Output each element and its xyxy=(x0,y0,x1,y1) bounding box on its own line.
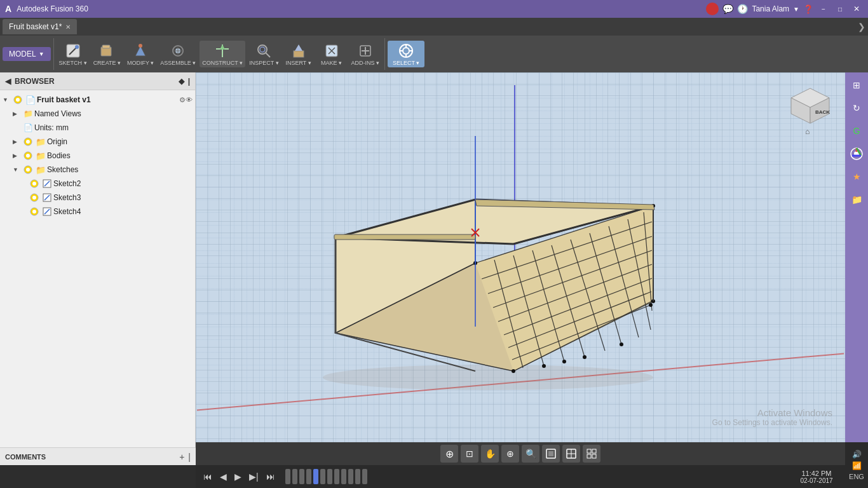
tl-prev-prev[interactable]: ⏮ xyxy=(201,470,215,483)
browser-collapse[interactable]: ◆ xyxy=(179,77,184,86)
tl-next-next[interactable]: ⏭ xyxy=(264,470,278,483)
sketches-visibility[interactable] xyxy=(23,165,33,175)
tree-item-units[interactable]: ▶ 📄 Units: mm xyxy=(0,121,195,135)
tl-marker-11[interactable] xyxy=(355,469,360,484)
tl-marker-9[interactable] xyxy=(341,469,346,484)
tl-marker-4[interactable] xyxy=(306,469,311,484)
rs-grid-icon[interactable]: ⊞ xyxy=(848,76,865,94)
tree-item-root[interactable]: ▼ 📄 Fruit basket v1 ⚙ 👁 xyxy=(0,93,195,107)
toolbar-insert[interactable]: INSERT ▾ xyxy=(283,41,315,67)
viewport[interactable]: BACK ⌂ Activate Windows Go to Settings t… xyxy=(196,72,845,465)
user-label[interactable]: Tania Alam xyxy=(752,4,789,13)
rs-refresh-icon[interactable]: ↻ xyxy=(848,99,865,117)
rs-folder-icon[interactable]: 📁 xyxy=(848,191,865,208)
toolbar-construct[interactable]: CONSTRUCT ▾ xyxy=(200,41,245,67)
bt-zoom-icon[interactable]: ⊕ xyxy=(501,445,519,463)
tree-item-origin[interactable]: ▶ 📁 Origin xyxy=(0,135,195,149)
comment-icon[interactable]: 💬 xyxy=(722,4,733,14)
toolbar-assemble[interactable]: ASSEMBLE ▾ xyxy=(158,41,198,67)
bt-orbit-icon[interactable]: ⊕ xyxy=(440,445,458,463)
tree-item-sketch2[interactable]: Sketch2 xyxy=(0,177,195,191)
bodies-visibility[interactable] xyxy=(23,151,33,161)
model-button[interactable]: MODEL ▼ xyxy=(3,47,51,61)
tree-item-sketch4[interactable]: Sketch4 xyxy=(0,205,195,219)
tree-item-sketch3[interactable]: Sketch3 xyxy=(0,191,195,205)
bodies-label: Bodies xyxy=(47,151,71,160)
toolbar-inspect[interactable]: INSPECT ▾ xyxy=(247,41,281,67)
sketch3-visibility[interactable] xyxy=(29,193,39,203)
tl-next[interactable]: ▶| xyxy=(247,470,261,483)
root-visibility-icon[interactable] xyxy=(13,95,23,105)
user-arrow[interactable]: ▼ xyxy=(793,6,799,13)
tree-item-sketches[interactable]: ▼ 📁 Sketches xyxy=(0,163,195,177)
document-tab[interactable]: Fruit basket v1* ✕ xyxy=(3,19,77,34)
tl-marker-6[interactable] xyxy=(320,469,325,484)
toolbar-sketch[interactable]: SKETCH ▾ xyxy=(57,41,90,67)
sketch2-visibility[interactable] xyxy=(29,179,39,189)
toolbar-create[interactable]: CREATE ▾ xyxy=(91,41,123,67)
tree-item-bodies[interactable]: ▶ 📁 Bodies xyxy=(0,149,195,163)
toolbar-add-ins[interactable]: ADD-INS ▾ xyxy=(349,41,383,67)
rs-chrome-icon[interactable] xyxy=(848,145,865,163)
bt-hand-icon[interactable]: ✋ xyxy=(481,445,499,463)
root-arrow[interactable]: ▼ xyxy=(3,97,11,103)
tl-marker-2[interactable] xyxy=(292,469,297,484)
sketch4-visibility[interactable] xyxy=(29,207,39,217)
tl-marker-8[interactable] xyxy=(334,469,339,484)
tl-marker-1[interactable] xyxy=(285,469,290,484)
toolbar-modify[interactable]: MODIFY ▾ xyxy=(125,41,156,67)
clock-icon[interactable]: 🕐 xyxy=(737,4,748,14)
close-button[interactable]: ✕ xyxy=(850,4,863,13)
tab-close[interactable]: ✕ xyxy=(65,24,71,30)
units-folder: 📄 xyxy=(23,123,33,133)
minimize-button[interactable]: − xyxy=(817,4,830,13)
bt-grid-icon[interactable] xyxy=(562,445,580,463)
browser-expand-left[interactable]: ◀ xyxy=(5,77,11,86)
model-label: MODEL xyxy=(9,50,36,58)
toolbar-make[interactable]: MAKE ▾ xyxy=(316,41,348,67)
app-icon: A xyxy=(5,4,11,14)
svg-point-77 xyxy=(620,342,623,346)
svg-point-78 xyxy=(649,303,653,307)
main-area: ◀ BROWSER ◆ | ▼ 📄 Fruit basket v1 ⚙ � xyxy=(0,72,868,465)
help-icon[interactable]: ❓ xyxy=(803,4,813,14)
bt-display-icon[interactable] xyxy=(542,445,560,463)
tl-marker-7[interactable] xyxy=(327,469,332,484)
svg-rect-102 xyxy=(548,451,553,456)
inspect-label: INSPECT ▾ xyxy=(249,60,278,66)
rs-green-icon[interactable]: G xyxy=(848,122,865,140)
rs-volume-icon[interactable]: 🔊 xyxy=(852,450,862,459)
root-eye-icon[interactable]: 👁 xyxy=(186,96,193,104)
navcube[interactable]: BACK ⌂ xyxy=(782,79,839,136)
modify-icon xyxy=(132,42,149,60)
sketches-arrow[interactable]: ▼ xyxy=(13,166,22,173)
root-settings-icon[interactable]: ⚙ xyxy=(179,96,186,104)
tl-play[interactable]: ▶ xyxy=(232,470,244,483)
maximize-button[interactable]: □ xyxy=(834,4,846,13)
comments-pin[interactable]: | xyxy=(188,452,191,462)
svg-point-75 xyxy=(562,360,566,363)
rs-wifi-icon[interactable]: 📶 xyxy=(852,461,862,470)
bt-search-icon[interactable]: 🔍 xyxy=(522,445,539,463)
tl-marker-3[interactable] xyxy=(299,469,304,484)
tl-marker-10[interactable] xyxy=(348,469,353,484)
tl-prev[interactable]: ◀ xyxy=(217,470,229,483)
tl-marker-12[interactable] xyxy=(362,469,367,484)
svg-text:⌂: ⌂ xyxy=(805,127,810,136)
bt-pan-icon[interactable]: ⊡ xyxy=(461,445,478,463)
origin-arrow[interactable]: ▶ xyxy=(13,139,22,145)
bodies-arrow[interactable]: ▶ xyxy=(13,152,22,159)
browser-pin[interactable]: | xyxy=(188,77,190,86)
rs-star-icon[interactable]: ★ xyxy=(848,168,865,186)
app-title: Autodesk Fusion 360 xyxy=(17,4,88,13)
named-views-arrow[interactable]: ▶ xyxy=(13,111,22,117)
bt-visual-icon[interactable] xyxy=(583,445,600,463)
comments-expand[interactable]: + xyxy=(179,452,184,462)
tl-marker-5[interactable] xyxy=(313,469,318,484)
tree-item-named-views[interactable]: ▶ 📁 Named Views xyxy=(0,107,195,121)
record-icon[interactable] xyxy=(706,3,719,15)
origin-visibility[interactable] xyxy=(23,137,33,147)
tab-scroll-arrow[interactable]: ❯ xyxy=(858,22,865,32)
toolbar-select[interactable]: SELECT ▾ xyxy=(388,41,424,67)
select-label: SELECT ▾ xyxy=(393,60,419,66)
